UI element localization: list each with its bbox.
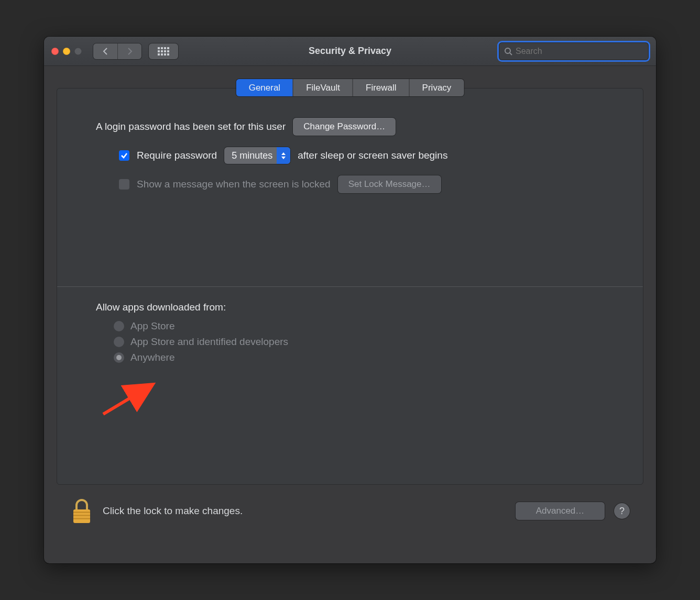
radio-identified-label: App Store and identified developers [130, 336, 288, 348]
close-window-button[interactable] [51, 48, 59, 55]
help-button[interactable]: ? [614, 503, 630, 519]
svg-rect-11 [167, 53, 169, 55]
chevron-right-icon [127, 47, 133, 55]
require-password-delay-select[interactable]: 5 minutes [224, 147, 290, 164]
content-panel: General FileVault Firewall Privacy A log… [57, 88, 643, 485]
require-password-label-suffix: after sleep or screen saver begins [298, 150, 447, 161]
radio-anywhere [114, 352, 124, 363]
preferences-window: Security & Privacy General FileVault Fir… [44, 37, 656, 563]
svg-rect-0 [158, 47, 160, 49]
show-all-button[interactable] [149, 43, 178, 59]
allow-apps-title: Allow apps downloaded from: [96, 302, 609, 313]
svg-rect-16 [73, 512, 90, 513]
svg-rect-7 [167, 50, 169, 52]
require-password-row: Require password 5 minutes after sleep o… [119, 147, 609, 164]
svg-line-14 [103, 386, 150, 414]
divider [57, 286, 643, 287]
svg-line-13 [510, 53, 512, 55]
svg-rect-1 [161, 47, 163, 49]
check-icon [121, 152, 128, 159]
allow-apps-option-identified: App Store and identified developers [114, 336, 609, 348]
login-password-row: A login password has been set for this u… [96, 118, 609, 136]
svg-rect-6 [164, 50, 166, 52]
login-password-note: A login password has been set for this u… [96, 121, 286, 132]
svg-rect-17 [73, 515, 90, 516]
lock-message-row: Show a message when the screen is locked… [119, 175, 609, 193]
svg-rect-8 [158, 53, 160, 55]
radio-app-store-label: App Store [130, 320, 175, 332]
svg-rect-5 [161, 50, 163, 52]
advanced-button: Advanced… [516, 502, 605, 520]
chevron-left-icon [102, 47, 108, 55]
footer: Click the lock to make changes. Advanced… [57, 485, 643, 537]
search-field[interactable] [499, 42, 649, 60]
require-password-checkbox[interactable] [119, 150, 129, 161]
lock-message-checkbox [119, 179, 129, 190]
tab-general[interactable]: General [236, 79, 293, 96]
svg-point-12 [505, 48, 510, 53]
lock-button[interactable] [70, 498, 93, 524]
preferences-body: General FileVault Firewall Privacy A log… [44, 66, 656, 563]
annotation-arrow [99, 382, 162, 418]
require-password-delay-value: 5 minutes [232, 150, 272, 161]
nav-back-button[interactable] [93, 43, 117, 59]
grid-icon [158, 47, 169, 55]
tab-filevault[interactable]: FileVault [293, 79, 353, 96]
tabs: General FileVault Firewall Privacy [236, 79, 464, 96]
radio-anywhere-label: Anywhere [130, 352, 175, 363]
svg-rect-18 [73, 518, 90, 519]
change-password-button[interactable]: Change Password… [293, 118, 396, 136]
svg-rect-9 [161, 53, 163, 55]
tab-privacy[interactable]: Privacy [409, 79, 464, 96]
allow-apps-option-app-store: App Store [114, 320, 609, 332]
lock-hint: Click the lock to make changes. [103, 505, 243, 517]
svg-rect-2 [164, 47, 166, 49]
svg-rect-3 [167, 47, 169, 49]
svg-rect-10 [164, 53, 166, 55]
titlebar: Security & Privacy [44, 37, 656, 66]
stepper-icon [277, 147, 290, 164]
nav-forward-button [117, 43, 141, 59]
zoom-window-button [74, 48, 82, 55]
lock-message-label: Show a message when the screen is locked [137, 179, 331, 190]
search-icon [504, 47, 512, 55]
lock-icon [70, 498, 93, 524]
radio-identified [114, 337, 124, 347]
window-controls [51, 48, 82, 55]
minimize-window-button[interactable] [63, 48, 70, 55]
radio-app-store [114, 321, 124, 331]
nav-buttons [93, 43, 141, 59]
allow-apps-option-anywhere: Anywhere [114, 352, 609, 363]
search-input[interactable] [516, 47, 643, 56]
require-password-label-prefix: Require password [137, 150, 217, 161]
set-lock-message-button: Set Lock Message… [338, 175, 441, 193]
svg-rect-4 [158, 50, 160, 52]
tab-firewall[interactable]: Firewall [353, 79, 409, 96]
